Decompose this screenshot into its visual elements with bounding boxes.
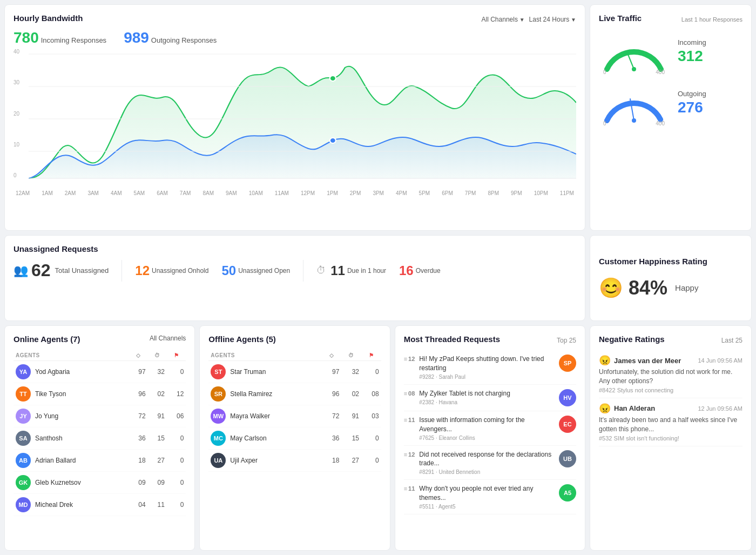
online-agents-title: Online Agents (7) [14, 335, 80, 344]
unassigned-title: Unassigned Requests [14, 244, 576, 253]
unassigned-card: Unassigned Requests 👥 62 Total Unassigne… [4, 235, 585, 322]
open-label: Unassigned Open [238, 267, 290, 275]
smiley-icon: 😊 [599, 277, 623, 299]
list-item: ≡12 Hi! My zPad Keeps shutting down. I'v… [404, 350, 576, 385]
list-item: ≡11 Issue with information coming for th… [404, 411, 576, 446]
list-item: ≡08 My Zylker Tablet is not charging #23… [404, 385, 576, 411]
overdue-count: 16 [399, 263, 414, 278]
bandwidth-title: Hourly Bandwidth [14, 14, 83, 23]
total-label: Total Unassigned [55, 266, 109, 275]
offline-col-ticket-header: ◇ [322, 350, 342, 361]
unassigned-stats: 👥 62 Total Unassigned 12 Unassigned Onho… [14, 260, 576, 282]
bottom-row: Online Agents (7) All Channels AGENTS ◇ … [4, 325, 752, 551]
online-agents-card: Online Agents (7) All Channels AGENTS ◇ … [4, 325, 195, 551]
users-icon: 👥 [14, 264, 28, 278]
list-item: 😠 Han Alderan 12 Jun 09:56 AM It's alrea… [599, 398, 742, 446]
svg-point-8 [632, 67, 636, 71]
offline-col-flag-header: ⚑ [361, 350, 381, 361]
angry-icon: 😠 [599, 355, 611, 366]
outgoing-gauge-count: 276 [678, 99, 706, 116]
incoming-gauge-count: 312 [678, 48, 706, 65]
outgoing-gauge-info: Outgoing 276 [678, 90, 706, 116]
table-row: SA Santhosh 36 15 0 [14, 427, 186, 450]
online-agents-filter: All Channels [150, 335, 186, 342]
total-count: 62 [31, 260, 51, 280]
table-row: JY Jo Yung 72 91 06 [14, 405, 186, 427]
table-row: UA Ujil Axper 18 27 0 [208, 450, 381, 472]
gauge-max-incoming: 400 [656, 69, 665, 75]
table-row: MW Mayra Walker 72 91 03 [208, 405, 381, 427]
due-badge: ⏱ 11 Due in 1 hour [316, 263, 386, 278]
table-row: ST Star Truman 97 32 0 [208, 361, 381, 383]
incoming-gauge-section: 0 400 Incoming 312 [599, 31, 742, 72]
list-item: 😠 James van der Meer 14 Jun 09:56 AM Unf… [599, 350, 742, 398]
outgoing-count: 989 [124, 29, 149, 46]
gauge-max-outgoing: 400 [656, 121, 665, 126]
live-traffic-card: Live Traffic Last 1 hour Responses 0 400 [590, 4, 752, 231]
threaded-list: ≡12 Hi! My zPad Keeps shutting down. I'v… [404, 350, 576, 514]
table-row: GK Gleb Kuznetsov 09 09 0 [14, 472, 186, 494]
negative-list: 😠 James van der Meer 14 Jun 09:56 AM Unf… [599, 350, 742, 446]
happiness-card: Customer Happiness Rating 😊 84% Happy [590, 235, 752, 322]
offline-agents-card: Offline Agents (5) AGENTS ◇ ⏱ ⚑ ST Star … [199, 325, 390, 551]
incoming-gauge-label: Incoming [678, 38, 706, 46]
open-badge: 50 Unassigned Open [221, 263, 290, 278]
overdue-badge: 16 Overdue [399, 263, 441, 278]
live-traffic-title: Live Traffic [599, 14, 642, 23]
onhold-count: 12 [135, 263, 150, 278]
outgoing-gauge: 0 400 [599, 83, 669, 123]
clock-icon: ⏱ [316, 265, 326, 276]
table-row: MC May Carlson 36 15 0 [208, 427, 381, 450]
threaded-title: Most Threaded Requests [404, 335, 500, 344]
table-row: SR Stella Ramirez 96 02 08 [208, 383, 381, 405]
offline-agents-title: Offline Agents (5) [208, 335, 275, 344]
col-clock-header: ⏱ [148, 350, 167, 361]
negative-title: Negative Ratings [599, 335, 665, 344]
outgoing-stat: 989Outgoing Responses [124, 29, 217, 46]
offline-col-clock-header: ⏱ [341, 350, 361, 361]
negative-ratings-card: Negative Ratings Last 25 😠 James van der… [590, 325, 752, 551]
offline-agents-table: AGENTS ◇ ⏱ ⚑ ST Star Truman 97 32 0 SR S… [208, 350, 381, 472]
live-traffic-subtitle: Last 1 hour Responses [681, 16, 742, 23]
time-filter[interactable]: Last 24 Hours [529, 16, 576, 23]
bandwidth-card: Hourly Bandwidth All Channels Last 24 Ho… [4, 4, 585, 231]
happiness-title: Customer Happiness Rating [599, 257, 742, 266]
onhold-badge: 12 Unassigned Onhold [135, 263, 208, 278]
table-row: MD Micheal Drek 04 11 0 [14, 494, 186, 516]
open-count: 50 [221, 263, 236, 278]
list-item: ≡11 Why don't you people not ever tried … [404, 480, 576, 514]
chart-x-labels: 12AM1AM2AM3AM4AM5AM6AM7AM8AM9AM10AM11AM1… [14, 190, 576, 196]
threaded-filter: Top 25 [557, 337, 576, 344]
gauge-min-incoming: 0 [603, 69, 606, 75]
threaded-card: Most Threaded Requests Top 25 ≡12 Hi! My… [395, 325, 585, 551]
svg-point-10 [632, 118, 636, 123]
svg-point-0 [330, 76, 336, 81]
negative-filter: Last 25 [721, 337, 742, 344]
onhold-label: Unassigned Onhold [152, 267, 208, 275]
channels-filter[interactable]: All Channels [482, 16, 525, 23]
happy-label: Happy [675, 283, 698, 292]
gauge-min-outgoing: 0 [603, 121, 606, 126]
table-row: AB Adrian Ballard 18 27 0 [14, 450, 186, 472]
incoming-label: Incoming Responses [41, 36, 106, 44]
outgoing-gauge-label: Outgoing [678, 90, 706, 98]
table-row: TT Tike Tyson 96 02 12 [14, 383, 186, 405]
outgoing-gauge-section: 0 400 Outgoing 276 [599, 83, 742, 123]
angry-icon: 😠 [599, 403, 611, 414]
col-ticket-header: ◇ [129, 350, 147, 361]
happiness-rating: 😊 84% Happy [599, 277, 742, 299]
col-flag-header: ⚑ [167, 350, 186, 361]
table-row: YA Yod Agbaria 97 32 0 [14, 361, 186, 383]
divider1 [122, 260, 122, 282]
overdue-label: Overdue [416, 267, 441, 275]
col-agents-header: AGENTS [14, 350, 129, 361]
offline-col-agents-header: AGENTS [208, 350, 321, 361]
incoming-count: 780 [14, 29, 39, 46]
due-label: Due in 1 hour [347, 267, 386, 275]
svg-point-1 [330, 138, 336, 143]
list-item: ≡12 Did not received response for the de… [404, 446, 576, 480]
incoming-gauge-info: Incoming 312 [678, 38, 706, 65]
bandwidth-chart: 403020100 [14, 49, 576, 189]
outgoing-label: Outgoing Responses [151, 36, 217, 44]
due-count: 11 [330, 263, 345, 278]
